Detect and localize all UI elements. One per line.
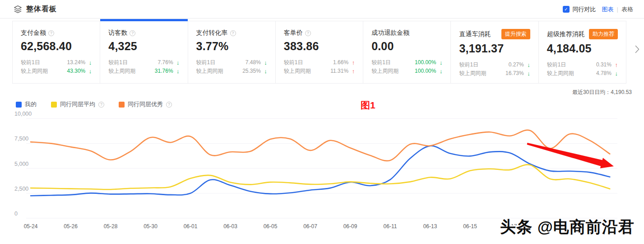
card-compare-rows: 较前1日0.27%↓较上周同期16.73%↓ [459,61,530,78]
compare-row: 较上周同期25.35%↓ [196,67,267,75]
arrow-down-icon: ↓ [612,69,618,78]
x-axis-label: 05-30 [144,223,158,230]
series-line-mine [31,146,610,196]
card-compare-rows: 较前1日7.76%↓较上周同期31.76%↓ [108,58,179,75]
x-axis-label: 06-11 [384,223,397,230]
dashboard-screen: 整体看板 ✓ 同行对比 图表 | 表格 支付金额?62,568.40较前1日13… [0,0,644,244]
y-axis-label: 2,500 [14,186,28,192]
page-title: 整体看板 [26,5,57,14]
series-line-peer-excellent [31,130,610,161]
y-axis-label: 5,000 [14,161,28,167]
view-chart-link[interactable]: 图表 [602,5,614,14]
card-value: 0.00 [371,40,442,53]
compare-row-value: 25.35% [242,67,261,75]
compare-row-value: 13.24% [67,58,86,67]
compare-row: 较前1日100.00%↓ [371,58,442,67]
card-promo-badge[interactable]: 助力推荐 [589,29,618,39]
view-table-link[interactable]: 表格 [621,5,633,14]
card-compare-rows: 较前1日7.48%↓较上周同期25.35%↓ [196,58,267,75]
x-axis-label: 06-15 [463,223,477,230]
compare-row-value: 31.76% [155,67,173,75]
arrow-down-icon: ↓ [261,58,267,67]
compare-row-label: 较上周同期 [371,67,398,75]
card-title-row: 支付金额? [21,29,92,37]
metric-card-6[interactable]: 直通车消耗提升搜索3,191.37较前1日0.27%↓较上周同期16.73%↓ [451,21,538,83]
active-card-indicator [100,19,188,21]
compare-row: 较前1日0.27%↓ [459,61,530,69]
compare-row: 较上周同期100.00%↓ [371,67,442,75]
card-title-row: 支付转化率? [196,29,267,37]
help-icon[interactable]: ? [305,30,311,36]
arrow-down-icon: ↓ [85,58,92,67]
compare-row-label: 较上周同期 [459,69,486,78]
compare-row-value: 0.31% [596,61,612,69]
compare-row: 较上周同期16.73%↓ [459,69,530,78]
card-compare-rows: 较前1日1.66%↑较上周同期11.31%↑ [284,58,355,75]
compare-row-label: 较前1日 [371,58,391,67]
compare-row: 较前1日0.31%↑ [547,61,618,69]
card-title-row: 客单价? [284,29,355,37]
compare-row-label: 较前1日 [21,58,40,67]
card-value: 3.77% [196,40,267,53]
metric-card-4[interactable]: 客单价?383.86较前1日1.66%↑较上周同期11.31%↑ [276,21,363,83]
compare-row-value: 16.73% [505,69,524,78]
compare-row-value: 0.27% [509,61,524,69]
compare-row-value: 1.66% [333,58,348,67]
compare-row-value: 11.31% [330,67,348,75]
help-icon[interactable]: ? [48,30,54,36]
compare-row-value: 100.00% [415,58,436,67]
card-title: 访客数 [108,29,127,37]
compare-row: 较前1日7.48%↓ [196,58,267,67]
card-value: 3,191.37 [459,42,530,55]
compare-row: 较前1日7.76%↓ [108,58,179,67]
arrow-up-icon: ↑ [348,58,355,67]
chevron-right-icon [635,45,639,53]
compare-row-value: 4.78% [596,69,612,78]
metric-card-3[interactable]: 支付转化率?3.77%较前1日7.48%↓较上周同期25.35%↓ [188,21,276,83]
card-title-row: 直通车消耗提升搜索 [459,29,530,39]
card-compare-rows: 较前1日13.24%↓较上周同期43.30%↓ [21,58,92,75]
card-title-row: 访客数? [108,29,179,37]
arrow-down-icon: ↓ [524,69,530,78]
card-title-row: 超级推荐消耗助力推荐 [547,29,618,39]
layers-icon [14,5,22,14]
card-title-row: 成功退款金额 [371,29,442,37]
x-axis-label: 06-05 [264,223,278,230]
peer-compare-label: 同行对比 [573,5,596,14]
arrow-up-icon: ↑ [612,61,618,69]
metric-card-1[interactable]: 支付金额?62,568.40较前1日13.24%↓较上周同期43.30%↓ [13,21,100,83]
arrow-down-icon: ↓ [261,67,267,75]
compare-row: 较前1日1.66%↑ [284,58,355,67]
arrow-down-icon: ↓ [436,58,442,67]
x-axis-label: 06-07 [303,223,317,230]
help-icon[interactable]: ? [130,30,135,36]
y-axis-label: 10,000 [14,111,32,117]
compare-row-value: 100.00% [415,67,436,75]
compare-row-label: 较前1日 [459,61,478,69]
x-axis-label: 06-03 [223,223,237,230]
metric-card-7[interactable]: 超级推荐消耗助力推荐4,184.05较前1日0.31%↑较上周同期4.78%↓ [539,21,626,83]
card-value: 383.86 [284,40,355,53]
metric-card-5[interactable]: 成功退款金额0.00较前1日100.00%↓较上周同期100.00%↓ [363,21,451,83]
compare-row-value: 7.48% [246,58,261,67]
help-icon[interactable]: ? [230,30,236,36]
arrow-down-icon: ↓ [436,67,442,75]
compare-row: 较上周同期31.76%↓ [108,67,179,75]
card-value: 4,325 [108,40,179,53]
x-axis-label: 06-01 [184,223,198,230]
compare-row-label: 较上周同期 [196,67,223,75]
arrow-up-icon: ↑ [348,67,355,75]
compare-row: 较前1日13.24%↓ [21,58,92,67]
card-promo-badge[interactable]: 提升搜索 [501,29,530,39]
arrow-down-icon: ↓ [173,58,180,67]
card-title: 超级推荐消耗 [547,30,585,38]
compare-row-value: 7.76% [158,58,173,67]
compare-row-label: 较上周同期 [547,69,574,78]
compare-row: 较上周同期11.31%↑ [284,67,355,75]
x-axis-label: 06-09 [343,223,357,230]
cards-next-button[interactable] [633,44,641,54]
peer-compare-checkbox[interactable]: ✓ [563,6,570,13]
card-title: 支付金额 [21,29,46,37]
arrow-down-icon: ↓ [85,67,92,75]
metric-card-2[interactable]: 访客数?4,325较前1日7.76%↓较上周同期31.76%↓ [100,21,188,83]
